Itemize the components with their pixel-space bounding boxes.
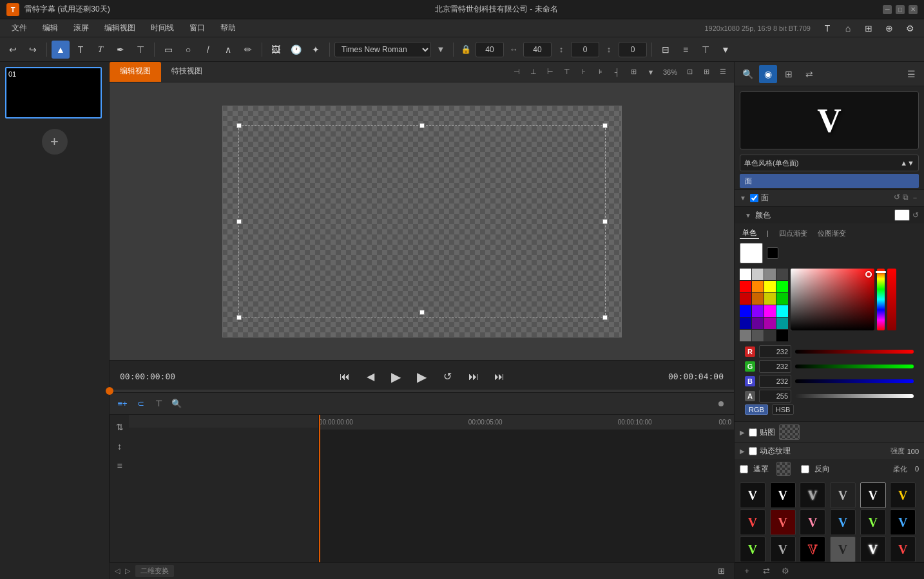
handle-mr[interactable] — [602, 219, 608, 224]
pen-tool[interactable]: ✒ — [111, 41, 130, 59]
a-input[interactable] — [759, 390, 791, 403]
face-copy[interactable]: ⧉ — [903, 193, 909, 204]
main-color-swatch[interactable] — [740, 243, 763, 263]
lock-icon[interactable]: 🔒 — [458, 42, 474, 57]
more-tools[interactable]: ▼ — [717, 41, 735, 59]
vt-align7[interactable]: ┤ — [610, 65, 624, 79]
color-reset-btn[interactable]: ↺ — [912, 211, 919, 220]
hue-bar[interactable] — [877, 269, 885, 330]
preset-blue[interactable] — [740, 305, 751, 317]
adjust-tool[interactable]: ⊤ — [131, 41, 149, 59]
style-cell-11[interactable]: V — [890, 509, 916, 535]
select-tool[interactable]: ▲ — [52, 41, 70, 59]
tl-link[interactable]: ⊂ — [133, 396, 148, 412]
scrub-bar[interactable] — [110, 390, 734, 392]
side-btn-1[interactable]: ⇅ — [113, 420, 127, 434]
loop-btn[interactable]: ↺ — [438, 367, 457, 386]
handle-bm[interactable] — [419, 310, 425, 315]
resize-icon[interactable]: ↔ — [506, 42, 521, 57]
playhead[interactable] — [319, 415, 320, 562]
toolbar-icon-2[interactable]: ⌂ — [839, 19, 857, 37]
menu-file[interactable]: 文件 — [5, 21, 34, 35]
style-selector[interactable]: 单色风格(单色面) ▲▼ — [740, 155, 919, 171]
style-cell-15[interactable]: V — [830, 536, 856, 562]
preset-dorange[interactable] — [752, 293, 764, 305]
image-tool[interactable]: 🖼 — [267, 41, 285, 59]
preset-mg2[interactable] — [740, 330, 751, 341]
tl-marker-right[interactable]: ▷ — [125, 567, 130, 575]
gradient-picker[interactable] — [791, 269, 874, 330]
line-tool[interactable]: / — [199, 41, 217, 59]
offset-y-icon[interactable]: ↕ — [601, 42, 617, 57]
handle-tr[interactable] — [602, 123, 608, 128]
color-swatch-white[interactable] — [894, 209, 910, 221]
style-cell-12[interactable]: V — [740, 536, 765, 562]
red-bar[interactable] — [887, 269, 896, 330]
style-cell-14[interactable]: V — [800, 536, 825, 562]
preset-purple[interactable] — [752, 305, 764, 317]
link-style-btn[interactable]: ⇄ — [759, 564, 773, 578]
a-slider[interactable] — [795, 394, 914, 398]
tracking-input[interactable] — [523, 42, 552, 57]
fit-view-btn[interactable]: ⊡ — [682, 65, 697, 79]
preset-mg3[interactable] — [752, 330, 764, 341]
toolbar-icon-4[interactable]: ⊕ — [880, 19, 898, 37]
preset-dgray[interactable] — [776, 269, 788, 280]
preset-white[interactable] — [740, 269, 751, 280]
rect-tool[interactable]: ▭ — [159, 41, 177, 59]
preset-dred[interactable] — [740, 293, 751, 305]
preset-orange[interactable] — [752, 281, 764, 292]
tab-solid[interactable]: 单色 — [740, 227, 759, 239]
effect-tool[interactable]: ✦ — [307, 41, 325, 59]
handle-tm[interactable] — [419, 123, 425, 128]
secondary-color-swatch[interactable] — [767, 247, 778, 259]
style-cell-10[interactable]: V — [860, 509, 886, 535]
r-slider[interactable] — [795, 350, 914, 354]
tab-edit-view[interactable]: 编辑视图 — [110, 62, 161, 82]
style-cell-4[interactable]: V — [860, 482, 886, 508]
close-button[interactable]: ✕ — [909, 5, 918, 14]
minimize-button[interactable]: ─ — [883, 5, 892, 14]
align-tool1[interactable]: ⊟ — [657, 41, 675, 59]
path-tool[interactable]: ∧ — [219, 41, 237, 59]
preset-black[interactable] — [776, 330, 788, 341]
font-size-input[interactable] — [476, 42, 504, 57]
preset-yellow[interactable] — [764, 281, 776, 292]
toolbar-icon-1[interactable]: T — [818, 19, 836, 37]
section-face[interactable]: ▼ 面 ↺ ⧉ － — [735, 189, 924, 206]
handle-bl[interactable] — [236, 315, 242, 320]
reverse-checkbox[interactable] — [801, 465, 809, 473]
toolbar-icon-3[interactable]: ⊞ — [860, 19, 878, 37]
style-cell-8[interactable]: V — [800, 509, 825, 535]
align-tool2[interactable]: ≡ — [677, 41, 695, 59]
text-tool2[interactable]: 𝑇 — [91, 41, 110, 59]
face-checkbox[interactable] — [750, 194, 758, 202]
ellipse-tool[interactable]: ○ — [179, 41, 197, 59]
font-selector[interactable]: Times New Roman — [334, 42, 431, 57]
vt-align5[interactable]: ⊦ — [577, 65, 591, 79]
preset-dblue[interactable] — [740, 318, 751, 329]
handle-br[interactable] — [602, 315, 608, 320]
preset-dpurple[interactable] — [752, 318, 764, 329]
preset-dcyan[interactable] — [776, 318, 788, 329]
handle-ml[interactable] — [236, 219, 242, 224]
preset-magenta[interactable] — [764, 305, 776, 317]
tab-gradient[interactable]: | — [764, 229, 771, 238]
text-tool[interactable]: T — [72, 41, 90, 59]
side-btn-3[interactable]: ≡ — [113, 459, 127, 473]
track-2d[interactable]: 二维变换 — [135, 565, 174, 577]
tab-bitmap[interactable]: 位图渐变 — [815, 228, 849, 239]
offset-x-input[interactable] — [571, 42, 599, 57]
menu-edit[interactable]: 编辑 — [36, 21, 64, 35]
hsb-mode-btn[interactable]: HSB — [772, 404, 794, 415]
menu-editview[interactable]: 编辑视图 — [98, 21, 142, 35]
vt-align3[interactable]: ⊢ — [543, 65, 557, 79]
vt-dropdown[interactable]: ▼ — [644, 65, 658, 79]
rp-color-wheel[interactable]: ◉ — [759, 65, 777, 83]
tl-expand[interactable]: ⊞ — [713, 564, 729, 579]
r-input[interactable] — [759, 345, 791, 358]
toolbar-icon-5[interactable]: ⚙ — [901, 19, 919, 37]
rgb-mode-btn[interactable]: RGB — [745, 404, 768, 415]
offset-y-input[interactable] — [619, 42, 647, 57]
style-cell-5[interactable]: V — [890, 482, 916, 508]
